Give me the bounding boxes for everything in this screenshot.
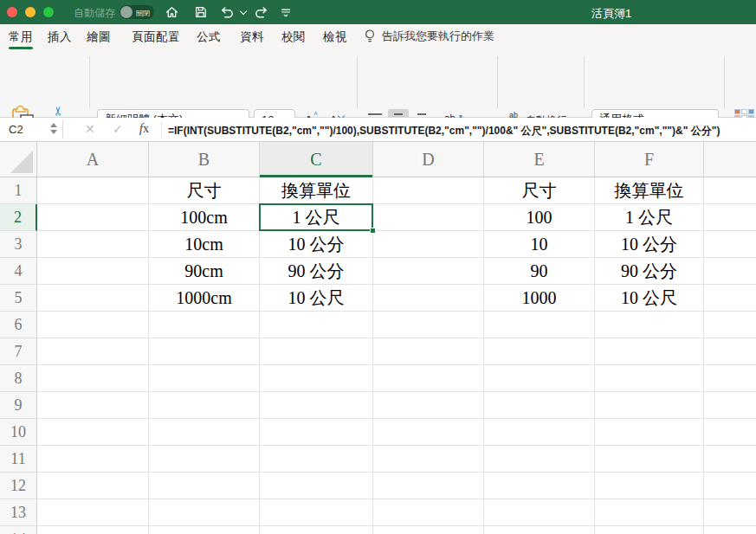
cell-F2[interactable]: 1 公尺: [595, 204, 704, 231]
row-header-4[interactable]: 4: [0, 258, 37, 285]
cell-F12[interactable]: [595, 473, 704, 499]
row-header-6[interactable]: 6: [0, 312, 37, 338]
row-header-9[interactable]: 9: [0, 392, 37, 419]
cell-C12[interactable]: [260, 473, 373, 499]
row-header-12[interactable]: 12: [0, 473, 37, 499]
row-header-7[interactable]: 7: [0, 338, 37, 365]
save-button[interactable]: [192, 3, 210, 21]
cell-A7[interactable]: [37, 338, 149, 365]
cell-C9[interactable]: [260, 392, 373, 419]
cell-F5[interactable]: 10 公尺: [595, 285, 704, 312]
cell-C4[interactable]: 90 公分: [260, 258, 373, 285]
cell-G3[interactable]: [704, 231, 756, 258]
cell-E3[interactable]: 10: [484, 231, 595, 258]
cell-E13[interactable]: [484, 499, 595, 526]
cell-E4[interactable]: 90: [484, 258, 595, 285]
tab-home[interactable]: 常用: [9, 29, 33, 45]
cell-D3[interactable]: [373, 231, 484, 258]
cell-E11[interactable]: [484, 446, 595, 473]
cell-A4[interactable]: [37, 258, 149, 285]
cell-A8[interactable]: [37, 365, 149, 392]
cell-D7[interactable]: [373, 338, 484, 365]
row-header-1[interactable]: 1: [0, 177, 37, 204]
cell-B3[interactable]: 10cm: [149, 231, 260, 258]
cell-D8[interactable]: [373, 365, 484, 392]
cell-A2[interactable]: [37, 204, 149, 231]
column-header-D[interactable]: D: [373, 142, 484, 177]
zoom-window-button[interactable]: [43, 7, 54, 17]
cell-E2[interactable]: 100: [484, 204, 595, 231]
cell-F10[interactable]: [595, 419, 704, 446]
cell-G10[interactable]: [704, 419, 756, 446]
column-header-A[interactable]: A: [37, 142, 149, 177]
row-header-2[interactable]: 2: [0, 204, 37, 231]
cell-F7[interactable]: [595, 338, 704, 365]
column-header-F[interactable]: F: [595, 142, 704, 177]
cell-D2[interactable]: [373, 204, 484, 231]
row-header-3[interactable]: 3: [0, 231, 37, 258]
autosave-toggle[interactable]: 關閉: [120, 5, 154, 19]
cell-G6[interactable]: [704, 312, 756, 338]
tell-me-search[interactable]: 告訴我您要執行的作業: [364, 29, 494, 44]
cell-E6[interactable]: [484, 312, 595, 338]
row-header-13[interactable]: 13: [0, 499, 37, 526]
minimize-window-button[interactable]: [25, 7, 36, 17]
tab-view[interactable]: 檢視: [323, 29, 347, 45]
cell-F11[interactable]: [595, 446, 704, 473]
tab-data[interactable]: 資料: [240, 29, 264, 45]
cell-D13[interactable]: [373, 499, 484, 526]
cell-C3[interactable]: 10 公分: [260, 231, 373, 258]
cell-E10[interactable]: [484, 419, 595, 446]
column-header-C[interactable]: C: [260, 142, 373, 177]
cell-A14[interactable]: [37, 526, 149, 534]
redo-button[interactable]: [253, 3, 270, 21]
cell-C10[interactable]: [260, 419, 373, 446]
cell-D5[interactable]: [373, 285, 484, 312]
cell-B14[interactable]: [149, 526, 260, 534]
close-window-button[interactable]: [7, 7, 17, 17]
cell-G1[interactable]: [704, 177, 756, 204]
cell-F13[interactable]: [595, 499, 704, 526]
confirm-entry-icon[interactable]: ✓: [113, 122, 123, 136]
cell-E8[interactable]: [484, 365, 595, 392]
cell-F3[interactable]: 10 公分: [595, 231, 704, 258]
row-header-8[interactable]: 8: [0, 365, 37, 392]
row-header-5[interactable]: 5: [0, 285, 37, 312]
cell-G8[interactable]: [704, 365, 756, 392]
cell-D4[interactable]: [373, 258, 484, 285]
cell-A13[interactable]: [37, 499, 149, 526]
tab-formulas[interactable]: 公式: [197, 29, 221, 45]
cell-B9[interactable]: [149, 392, 260, 419]
cell-G9[interactable]: [704, 392, 756, 419]
cell-F8[interactable]: [595, 365, 704, 392]
cell-B8[interactable]: [149, 365, 260, 392]
cell-A3[interactable]: [37, 231, 149, 258]
cell-E14[interactable]: [484, 526, 595, 534]
cell-D10[interactable]: [373, 419, 484, 446]
ribbon-display-options-button[interactable]: [277, 3, 294, 21]
undo-menu-chevron[interactable]: [239, 3, 248, 21]
tab-insert[interactable]: 插入: [48, 29, 72, 45]
cell-G11[interactable]: [704, 446, 756, 473]
formula-input[interactable]: =IF(INT(SUBSTITUTE(B2,"cm","")/100),SUBS…: [168, 124, 720, 138]
cell-A1[interactable]: [37, 177, 149, 204]
cell-F9[interactable]: [595, 392, 704, 419]
cell-D9[interactable]: [373, 392, 484, 419]
name-box-stepper[interactable]: [50, 123, 57, 134]
cell-D6[interactable]: [373, 312, 484, 338]
cell-E5[interactable]: 1000: [484, 285, 595, 312]
select-all-corner[interactable]: [0, 142, 37, 177]
tab-draw[interactable]: 繪圖: [87, 29, 111, 45]
cell-F6[interactable]: [595, 312, 704, 338]
cell-F4[interactable]: 90 公分: [595, 258, 704, 285]
cell-B4[interactable]: 90cm: [149, 258, 260, 285]
cell-C7[interactable]: [260, 338, 373, 365]
cell-G14[interactable]: [704, 526, 756, 534]
column-header-B[interactable]: B: [149, 142, 260, 177]
cell-C13[interactable]: [260, 499, 373, 526]
cell-E7[interactable]: [484, 338, 595, 365]
column-header-E[interactable]: E: [484, 142, 595, 177]
cell-E12[interactable]: [484, 473, 595, 499]
cell-C2[interactable]: 1 公尺: [260, 204, 373, 231]
cell-F1[interactable]: 換算單位: [595, 177, 704, 204]
